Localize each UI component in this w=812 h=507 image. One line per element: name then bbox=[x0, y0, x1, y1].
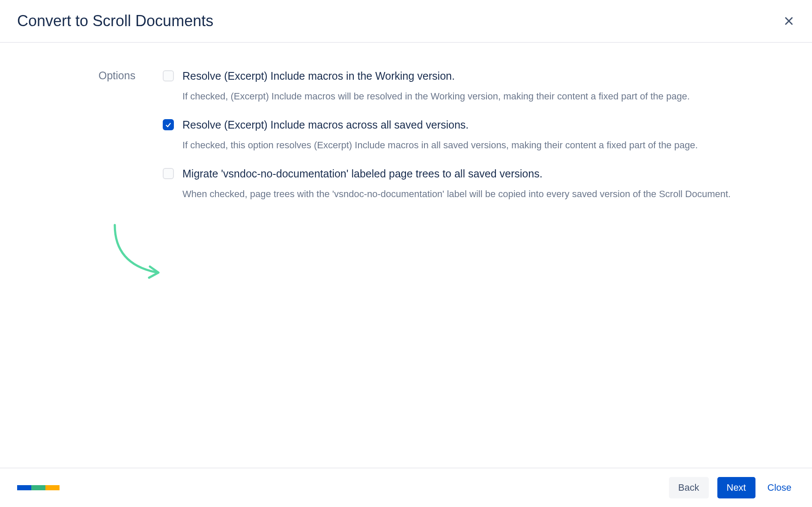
dialog-footer: Back Next Close bbox=[0, 468, 812, 507]
option-label: Resolve (Excerpt) Include macros in the … bbox=[182, 69, 455, 84]
color-bar-yellow bbox=[45, 485, 60, 490]
option-migrate-vsndoc: Migrate 'vsndoc-no-documentation' labele… bbox=[163, 166, 786, 201]
color-bar-green bbox=[31, 485, 45, 490]
footer-buttons: Back Next Close bbox=[669, 477, 795, 498]
checkbox-resolve-working[interactable] bbox=[163, 70, 174, 81]
option-resolve-working: Resolve (Excerpt) Include macros in the … bbox=[163, 69, 786, 104]
next-button[interactable]: Next bbox=[717, 477, 755, 498]
option-description: If checked, this option resolves (Excerp… bbox=[182, 138, 786, 153]
checkbox-migrate-vsndoc[interactable] bbox=[163, 168, 174, 179]
close-icon[interactable] bbox=[783, 15, 795, 27]
options-section-label: Options bbox=[99, 69, 135, 82]
option-description: If checked, (Excerpt) Include macros wil… bbox=[182, 89, 786, 104]
back-button[interactable]: Back bbox=[669, 477, 709, 498]
arrow-annotation-icon bbox=[110, 223, 166, 283]
option-label: Migrate 'vsndoc-no-documentation' labele… bbox=[182, 166, 543, 181]
option-description: When checked, page trees with the 'vsndo… bbox=[182, 186, 786, 201]
dialog-header: Convert to Scroll Documents bbox=[0, 0, 812, 43]
color-bar-blue bbox=[17, 485, 31, 490]
options-list: Resolve (Excerpt) Include macros in the … bbox=[163, 69, 786, 202]
dialog-content: Options Resolve (Excerpt) Include macros… bbox=[0, 43, 812, 202]
brand-color-bars bbox=[17, 485, 60, 490]
checkbox-resolve-all-saved[interactable] bbox=[163, 119, 174, 130]
close-button[interactable]: Close bbox=[764, 477, 795, 498]
option-resolve-all-saved: Resolve (Excerpt) Include macros across … bbox=[163, 117, 786, 153]
dialog-title: Convert to Scroll Documents bbox=[17, 12, 213, 30]
option-label: Resolve (Excerpt) Include macros across … bbox=[182, 117, 469, 132]
